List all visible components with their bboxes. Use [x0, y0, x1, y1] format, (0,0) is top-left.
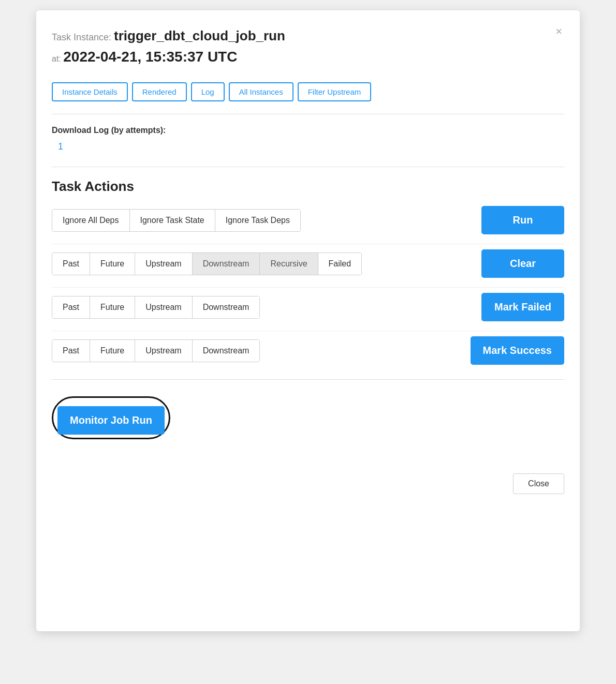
toggle-failed-future[interactable]: Future — [90, 296, 135, 318]
mark-success-button[interactable]: Mark Success — [471, 336, 564, 365]
toggle-success-upstream[interactable]: Upstream — [135, 340, 192, 362]
task-instance-title: Task Instance: trigger_dbt_cloud_job_run… — [52, 26, 285, 68]
toggle-clear-recursive[interactable]: Recursive — [260, 253, 318, 275]
toggle-clear-downstream[interactable]: Downstream — [193, 253, 260, 275]
toggle-success-future[interactable]: Future — [90, 340, 135, 362]
footer-row: Close — [52, 465, 564, 494]
toggle-clear-future[interactable]: Future — [90, 253, 135, 275]
task-actions-section: Task Actions Ignore All Deps Ignore Task… — [52, 179, 564, 374]
clear-action-row: Past Future Upstream Downstream Recursiv… — [52, 249, 564, 288]
task-name: trigger_dbt_cloud_job_run — [114, 28, 285, 43]
download-log-label: Download Log (by attempts): — [52, 126, 564, 135]
divider-after-download — [52, 167, 564, 167]
tab-all-instances[interactable]: All Instances — [229, 82, 294, 101]
mark-failed-toggle-group: Past Future Upstream Downstream — [52, 296, 260, 319]
toggle-ignore-task-state[interactable]: Ignore Task State — [130, 210, 215, 231]
monitor-btn-circle-wrapper: Monitor Job Run — [52, 396, 170, 439]
at-prefix: at: — [52, 54, 61, 63]
monitor-job-run-section: Monitor Job Run — [52, 391, 564, 450]
mark-success-action-row: Past Future Upstream Downstream Mark Suc… — [52, 336, 564, 374]
toggle-success-downstream[interactable]: Downstream — [193, 340, 260, 362]
task-datetime: 2022-04-21, 15:35:37 UTC — [63, 49, 237, 65]
modal-container: Task Instance: trigger_dbt_cloud_job_run… — [36, 10, 580, 631]
task-actions-title: Task Actions — [52, 179, 564, 195]
mark-failed-action-row: Past Future Upstream Downstream Mark Fai… — [52, 293, 564, 331]
tab-rendered[interactable]: Rendered — [132, 82, 187, 101]
toggle-failed-downstream[interactable]: Downstream — [193, 296, 260, 318]
toggle-clear-upstream[interactable]: Upstream — [135, 253, 192, 275]
modal-header: Task Instance: trigger_dbt_cloud_job_run… — [52, 26, 564, 68]
monitor-job-run-button[interactable]: Monitor Job Run — [57, 406, 165, 435]
clear-toggle-group: Past Future Upstream Downstream Recursiv… — [52, 252, 362, 275]
mark-failed-button[interactable]: Mark Failed — [481, 293, 564, 321]
title-prefix: Task Instance: — [52, 32, 111, 42]
toggle-clear-past[interactable]: Past — [52, 253, 90, 275]
run-button[interactable]: Run — [481, 206, 564, 234]
divider-after-tabs — [52, 114, 564, 114]
download-log-section: Download Log (by attempts): 1 — [52, 126, 564, 152]
close-button[interactable]: Close — [513, 473, 564, 494]
run-toggle-group: Ignore All Deps Ignore Task State Ignore… — [52, 209, 301, 232]
divider-after-actions — [52, 379, 564, 380]
mark-success-toggle-group: Past Future Upstream Downstream — [52, 339, 260, 362]
tab-instance-details[interactable]: Instance Details — [52, 82, 128, 101]
toggle-ignore-all-deps[interactable]: Ignore All Deps — [52, 210, 130, 231]
tab-log[interactable]: Log — [191, 82, 225, 101]
run-action-row: Ignore All Deps Ignore Task State Ignore… — [52, 206, 564, 244]
tabs-row: Instance Details Rendered Log All Instan… — [52, 82, 564, 101]
clear-button[interactable]: Clear — [481, 249, 564, 278]
toggle-success-past[interactable]: Past — [52, 340, 90, 362]
modal-title-block: Task Instance: trigger_dbt_cloud_job_run… — [52, 26, 285, 68]
toggle-ignore-task-deps[interactable]: Ignore Task Deps — [215, 210, 300, 231]
close-x-button[interactable]: × — [553, 26, 564, 37]
toggle-failed-past[interactable]: Past — [52, 296, 90, 318]
tab-filter-upstream[interactable]: Filter Upstream — [298, 82, 372, 101]
toggle-clear-failed[interactable]: Failed — [318, 253, 362, 275]
log-attempt-1-link[interactable]: 1 — [58, 141, 63, 152]
toggle-failed-upstream[interactable]: Upstream — [135, 296, 192, 318]
datetime-line: at: 2022-04-21, 15:35:37 UTC — [52, 46, 285, 68]
